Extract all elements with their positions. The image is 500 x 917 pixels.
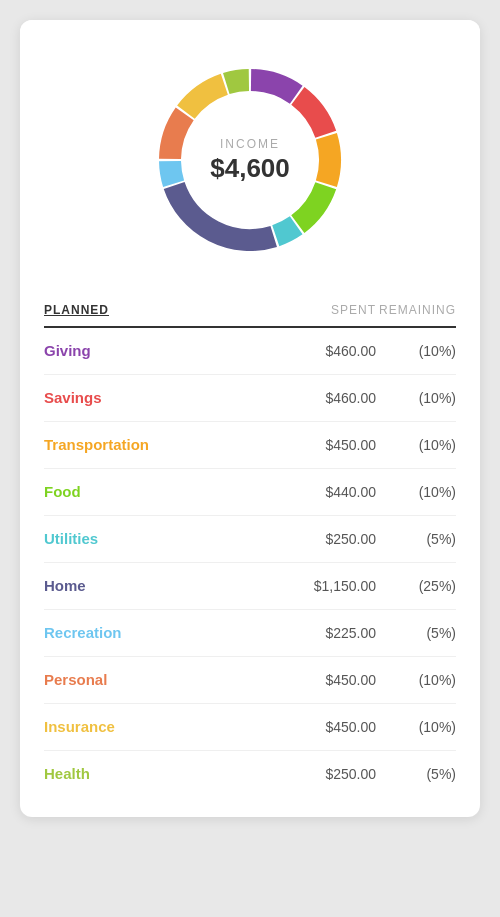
table-row[interactable]: Giving $460.00 (10%): [44, 328, 456, 375]
row-pct-col: (5%): [376, 624, 456, 642]
category-amount: $450.00: [325, 672, 376, 688]
category-pct: (10%): [419, 390, 456, 406]
table-section: PLANNED SPENT REMAINING Giving $460.00 (…: [20, 290, 480, 817]
category-pct: (5%): [426, 625, 456, 641]
row-pct-col: (5%): [376, 765, 456, 783]
category-name: Personal: [44, 671, 107, 688]
planned-header[interactable]: PLANNED: [44, 303, 109, 317]
table-row[interactable]: Utilities $250.00 (5%): [44, 516, 456, 563]
row-pct-col: (10%): [376, 671, 456, 689]
row-name-col: Insurance: [44, 718, 276, 736]
table-row[interactable]: Health $250.00 (5%): [44, 751, 456, 797]
row-amount-col: $1,150.00: [276, 577, 376, 595]
row-amount-col: $450.00: [276, 718, 376, 736]
remaining-header[interactable]: REMAINING: [379, 303, 456, 317]
row-name-col: Utilities: [44, 530, 276, 548]
category-amount: $225.00: [325, 625, 376, 641]
spent-header[interactable]: SPENT: [331, 303, 376, 317]
row-name-col: Transportation: [44, 436, 276, 454]
donut-center: INCOME $4,600: [210, 137, 290, 184]
category-name: Utilities: [44, 530, 98, 547]
category-amount: $460.00: [325, 343, 376, 359]
category-name: Food: [44, 483, 81, 500]
category-amount: $1,150.00: [314, 578, 376, 594]
category-pct: (10%): [419, 437, 456, 453]
category-pct: (10%): [419, 672, 456, 688]
row-amount-col: $225.00: [276, 624, 376, 642]
table-rows: Giving $460.00 (10%) Savings $460.00 (10…: [44, 328, 456, 797]
income-label: INCOME: [210, 137, 290, 151]
table-row[interactable]: Savings $460.00 (10%): [44, 375, 456, 422]
category-amount: $440.00: [325, 484, 376, 500]
category-amount: $250.00: [325, 766, 376, 782]
category-amount: $250.00: [325, 531, 376, 547]
category-name: Recreation: [44, 624, 122, 641]
category-amount: $450.00: [325, 719, 376, 735]
row-pct-col: (10%): [376, 389, 456, 407]
row-pct-col: (10%): [376, 436, 456, 454]
row-name-col: Recreation: [44, 624, 276, 642]
col-spent-header: SPENT: [276, 300, 376, 318]
category-name: Transportation: [44, 436, 149, 453]
table-row[interactable]: Insurance $450.00 (10%): [44, 704, 456, 751]
row-name-col: Savings: [44, 389, 276, 407]
row-amount-col: $250.00: [276, 765, 376, 783]
income-value: $4,600: [210, 153, 290, 184]
category-name: Home: [44, 577, 86, 594]
category-pct: (10%): [419, 343, 456, 359]
category-name: Giving: [44, 342, 91, 359]
category-pct: (10%): [419, 484, 456, 500]
table-row[interactable]: Food $440.00 (10%): [44, 469, 456, 516]
category-pct: (25%): [419, 578, 456, 594]
table-row[interactable]: Recreation $225.00 (5%): [44, 610, 456, 657]
row-pct-col: (10%): [376, 342, 456, 360]
row-name-col: Personal: [44, 671, 276, 689]
col-remaining-header: REMAINING: [376, 300, 456, 318]
category-pct: (5%): [426, 766, 456, 782]
category-pct: (5%): [426, 531, 456, 547]
category-name: Savings: [44, 389, 102, 406]
row-name-col: Health: [44, 765, 276, 783]
category-amount: $450.00: [325, 437, 376, 453]
row-name-col: Food: [44, 483, 276, 501]
category-name: Insurance: [44, 718, 115, 735]
budget-card: INCOME $4,600 PLANNED SPENT REMAINING Gi…: [20, 20, 480, 817]
table-row[interactable]: Home $1,150.00 (25%): [44, 563, 456, 610]
row-name-col: Giving: [44, 342, 276, 360]
row-amount-col: $460.00: [276, 342, 376, 360]
row-pct-col: (10%): [376, 718, 456, 736]
row-pct-col: (10%): [376, 483, 456, 501]
chart-section: INCOME $4,600: [20, 20, 480, 290]
table-header: PLANNED SPENT REMAINING: [44, 290, 456, 328]
row-amount-col: $460.00: [276, 389, 376, 407]
donut-chart: INCOME $4,600: [150, 60, 350, 260]
row-pct-col: (25%): [376, 577, 456, 595]
category-name: Health: [44, 765, 90, 782]
table-row[interactable]: Transportation $450.00 (10%): [44, 422, 456, 469]
row-name-col: Home: [44, 577, 276, 595]
row-amount-col: $450.00: [276, 436, 376, 454]
table-row[interactable]: Personal $450.00 (10%): [44, 657, 456, 704]
col-name-header: PLANNED: [44, 300, 276, 318]
row-pct-col: (5%): [376, 530, 456, 548]
row-amount-col: $250.00: [276, 530, 376, 548]
category-amount: $460.00: [325, 390, 376, 406]
row-amount-col: $450.00: [276, 671, 376, 689]
row-amount-col: $440.00: [276, 483, 376, 501]
category-pct: (10%): [419, 719, 456, 735]
